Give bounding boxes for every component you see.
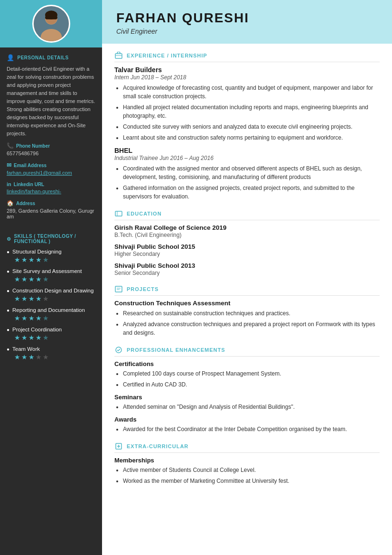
star-filled: ★: [28, 275, 35, 283]
list-item: Analyzed advance construction techniques…: [123, 320, 380, 337]
experience-section: EXPERIENCE / INTERNSHIP Talvar BuildersI…: [114, 51, 380, 201]
star-filled: ★: [36, 295, 42, 302]
address-label: 🏠 Address: [7, 200, 95, 207]
education-title: EDUCATION: [127, 211, 162, 216]
email-label: ✉ Email Address: [7, 162, 95, 169]
skill-name: Structural Designing: [7, 249, 95, 254]
star-filled: ★: [21, 353, 28, 361]
exp-bullets: Coordinated with the assigned mentor and…: [114, 164, 380, 201]
exp-bullets: Acquired knowledge of forecasting cost, …: [114, 84, 380, 142]
star-filled: ★: [36, 314, 42, 322]
certifications-list: Completed 100 days course of Prospect Ma…: [114, 369, 380, 389]
skills-icon: ⚙: [7, 236, 11, 242]
star-filled: ★: [14, 295, 20, 302]
bio-text: Detail-oriented Civil Engineer with a ze…: [7, 65, 95, 138]
skill-name: Project Coordination: [7, 327, 95, 332]
list-item: Completed 100 days course of Prospect Ma…: [123, 369, 380, 378]
awards-subtitle: Awards: [114, 416, 380, 423]
skill-stars: ★★★★★: [14, 314, 95, 322]
memberships-subsection: Memberships Active member of Students Co…: [114, 457, 380, 485]
candidate-title: Civil Engineer: [116, 28, 378, 35]
main-header: FARHAN QURESHI Civil Engineer: [102, 0, 392, 44]
edu-degree: Higher Secondary: [114, 251, 380, 257]
address-value: 289, Gardens Galleria Colony, Gurugram: [7, 208, 95, 219]
skills-title: ⚙ SKILLS ( TECHNOLOGY / FUNCTIONAL ): [7, 234, 95, 244]
list-item: Certified in Auto CAD 3D.: [123, 380, 380, 389]
edu-degree: B.Tech. (Civil Engineering): [114, 232, 380, 238]
star-filled: ★: [14, 314, 20, 322]
star-half: ★: [43, 314, 49, 322]
phone-label: 📞 Phone Number: [7, 142, 95, 149]
list-item: Active member of Students Council at Col…: [123, 466, 380, 474]
education-list: Girish Raval College of Science 2019B.Te…: [114, 224, 380, 276]
certifications-subtitle: Certifications: [114, 360, 380, 367]
awards-subsection: Awards Awarded for the best Coordinator …: [114, 416, 380, 433]
skill-item: Structural Designing★★★★★: [7, 249, 95, 263]
certifications-subsection: Certifications Completed 100 days course…: [114, 360, 380, 389]
skills-section: ⚙ SKILLS ( TECHNOLOGY / FUNCTIONAL ) Str…: [0, 229, 102, 370]
enhancements-icon: [114, 346, 123, 354]
edu-institution: Shivaji Public School 2015: [114, 243, 380, 250]
svg-rect-5: [45, 16, 57, 19]
linkedin-icon: in: [7, 181, 11, 187]
skill-stars: ★★★★★: [14, 275, 95, 283]
skill-name: Reporting and Documentation: [7, 307, 95, 313]
svg-rect-10: [115, 286, 122, 292]
skill-item: Construction Design and Drawing★★★★★: [7, 288, 95, 302]
phone-icon: 📞: [7, 142, 14, 149]
list-item: Awarded for the best Coordinator at the …: [123, 425, 380, 433]
star-filled: ★: [21, 275, 28, 283]
projects-icon: [114, 285, 123, 293]
extracurricular-title: EXTRA-CURRICULAR: [127, 443, 188, 449]
star-filled: ★: [14, 334, 20, 341]
star-filled: ★: [21, 256, 28, 263]
enhancements-title: PROFESSIONAL ENHANCEMENTS: [127, 347, 225, 353]
star-empty: ★: [43, 353, 49, 361]
star-empty: ★: [36, 353, 42, 361]
svg-rect-8: [115, 211, 122, 216]
education-title-row: EDUCATION: [114, 209, 380, 220]
skill-item: Reporting and Documentation★★★★★: [7, 307, 95, 322]
projects-section: PROJECTS Construction Techniques Assessm…: [114, 285, 380, 337]
list-item: Handled all project related documentatio…: [123, 103, 380, 120]
list-item: Worked as the member of Marketing Commit…: [123, 477, 380, 485]
star-filled: ★: [21, 334, 28, 341]
resume-wrapper: 👤 PERSONAL DETAILS Detail-oriented Civil…: [0, 0, 392, 555]
personal-details-title: 👤 PERSONAL DETAILS: [7, 54, 95, 61]
list-item: Acquired knowledge of forecasting cost, …: [123, 84, 380, 101]
list-item: Learnt about site and construction safet…: [123, 133, 380, 142]
list-item: Researched on sustainable construction t…: [123, 309, 380, 318]
email-value: farhan.qureshi1@gmail.com: [7, 170, 95, 176]
star-filled: ★: [28, 334, 35, 341]
skills-list: Structural Designing★★★★★Site Survey and…: [7, 249, 95, 361]
skill-name: Team Work: [7, 346, 95, 352]
star-filled: ★: [36, 256, 42, 263]
skill-name: Construction Design and Drawing: [7, 288, 95, 293]
linkedin-value: linkedin/farhan-qureshi-: [7, 188, 95, 194]
main-content: FARHAN QURESHI Civil Engineer EXPERIENCE…: [102, 0, 392, 555]
experience-icon: [114, 51, 123, 60]
star-filled: ★: [28, 314, 35, 322]
star-filled: ★: [14, 256, 20, 263]
linkedin-item: in Linkedin URL linkedin/farhan-qureshi-: [7, 181, 95, 194]
star-filled: ★: [36, 334, 42, 341]
list-item: Attended seminar on "Design and Analysis…: [123, 403, 380, 411]
experience-title: EXPERIENCE / INTERNSHIP: [127, 53, 207, 58]
enhancements-title-row: PROFESSIONAL ENHANCEMENTS: [114, 346, 380, 357]
phone-value: 65775486796: [7, 151, 95, 156]
skill-stars: ★★★★★: [14, 295, 95, 302]
skill-item: Site Survey and Assessment★★★★★: [7, 268, 95, 283]
star-filled: ★: [14, 353, 20, 361]
skill-item: Team Work★★★★★: [7, 346, 95, 361]
experience-list: Talvar BuildersIntern Jun 2018 – Sept 20…: [114, 66, 380, 201]
exp-role: Industrial Trainee Jun 2016 – Aug 2016: [114, 155, 380, 161]
seminars-subtitle: Seminars: [114, 394, 380, 401]
edu-institution: Shivaji Public School 2013: [114, 262, 380, 269]
proj-name: Construction Techniques Assessment: [114, 300, 380, 307]
star-filled: ★: [21, 314, 28, 322]
person-icon: 👤: [7, 54, 15, 61]
skill-stars: ★★★★★: [14, 256, 95, 263]
exp-company: BHEL: [114, 147, 380, 154]
list-item: Coordinated with the assigned mentor and…: [123, 164, 380, 181]
extracurricular-title-row: EXTRA-CURRICULAR: [114, 442, 380, 453]
